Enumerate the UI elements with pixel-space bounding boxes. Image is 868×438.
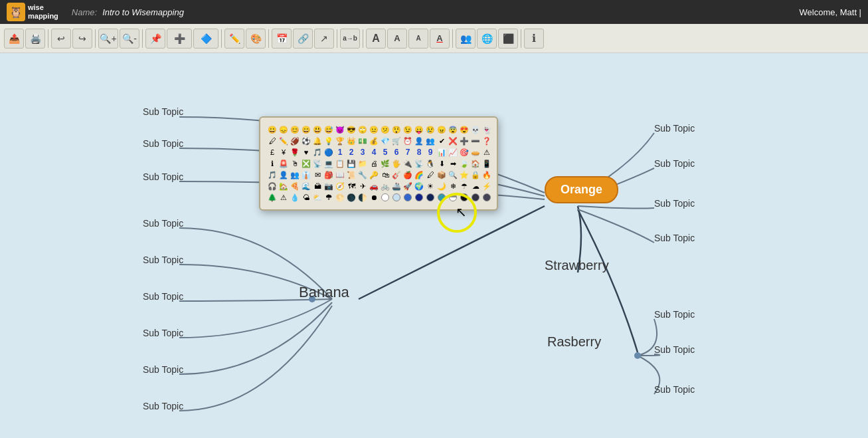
icon-plant[interactable]: 🌿 — [380, 158, 391, 169]
icon-users[interactable]: 👥 — [425, 136, 436, 146]
icon-clipboard[interactable]: 📋 — [335, 158, 345, 169]
sub-topic-2[interactable]: Sub Topic — [143, 138, 183, 149]
icon-circle-teal[interactable] — [438, 193, 446, 201]
icon-num4[interactable]: 4 — [369, 147, 379, 158]
arrange-button[interactable]: 📌 — [145, 29, 165, 49]
icon-pencil[interactable]: ✏️ — [278, 136, 289, 146]
icon-dollar[interactable]: 💵 — [357, 136, 368, 146]
sub-topic-9[interactable]: Sub Topic — [143, 401, 183, 411]
icon-partly-cloudy[interactable]: 🌤 — [301, 192, 311, 203]
icon-scared[interactable]: 😨 — [448, 124, 458, 135]
icon-circle-dark[interactable] — [483, 193, 491, 201]
icon-minus[interactable]: ➖ — [470, 136, 481, 146]
icon-save[interactable]: 💾 — [346, 158, 357, 169]
icon-trophy[interactable]: 🏆 — [335, 136, 345, 146]
icon-moon[interactable]: 🌙 — [436, 181, 447, 191]
icon-pie[interactable]: 🥧 — [470, 147, 481, 158]
icon-apple[interactable]: 🍎 — [402, 169, 413, 180]
icon-signal[interactable]: 📡 — [312, 158, 323, 169]
icon-num3[interactable]: 3 — [357, 147, 368, 158]
rsub-topic-4[interactable]: Sub Topic — [654, 233, 695, 243]
line-style-button[interactable]: ✏️ — [224, 29, 244, 49]
icon-box[interactable]: 📦 — [436, 169, 447, 180]
icon-home[interactable]: 🏠 — [470, 158, 481, 169]
export-button[interactable]: 📤 — [4, 29, 24, 49]
icon-bulb[interactable]: 💡 — [323, 136, 334, 146]
rsub-topic-2[interactable]: Sub Topic — [654, 158, 695, 169]
rasub-topic-1[interactable]: Sub Topic — [654, 309, 695, 320]
icon-ship[interactable]: 🚢 — [391, 181, 402, 191]
icon-happy[interactable]: 😃 — [312, 124, 323, 135]
icon-drop[interactable]: 💧 — [290, 192, 300, 203]
icon-caution[interactable]: ⚠ — [278, 192, 289, 203]
icon-down[interactable]: ⬇ — [436, 158, 447, 169]
icon-cool[interactable]: 😎 — [346, 124, 357, 135]
sub-topic-3[interactable]: Sub Topic — [143, 171, 183, 182]
icon-satellite[interactable]: 📡 — [414, 158, 424, 169]
icon-cursor[interactable]: 🖱 — [290, 158, 300, 169]
icon-cloudy[interactable]: ⛅ — [312, 192, 323, 203]
sub-topic-1[interactable]: Sub Topic — [143, 106, 183, 117]
color-button[interactable]: 🎨 — [246, 29, 266, 49]
icon-num7[interactable]: 7 — [402, 147, 413, 158]
icon-cloud[interactable]: ☁ — [470, 181, 481, 191]
icon-soccer[interactable]: ⚽ — [301, 136, 311, 146]
icon-wrench[interactable]: 🔧 — [357, 169, 368, 180]
icon-num1[interactable]: 1 — [335, 147, 345, 158]
icon-key[interactable]: 🔑 — [369, 169, 379, 180]
icon-sweat[interactable]: 😅 — [323, 124, 334, 135]
icon-circle-dark-blue[interactable] — [415, 193, 423, 201]
icon-folder[interactable]: 📁 — [357, 158, 368, 169]
undo-button[interactable]: ↩ — [51, 29, 71, 49]
icon-pound[interactable]: £ — [267, 147, 278, 158]
icon-surprised[interactable]: 😲 — [391, 124, 402, 135]
icon-phone[interactable]: 📱 — [481, 158, 492, 169]
icon-alert[interactable]: 🚨 — [278, 158, 289, 169]
icon-music[interactable]: 🎵 — [312, 147, 323, 158]
icon-plug[interactable]: 🔌 — [402, 158, 413, 169]
icon-x[interactable]: ❌ — [448, 136, 458, 146]
icon-num6[interactable]: 6 — [391, 147, 402, 158]
icon-circle-white[interactable] — [381, 193, 389, 201]
icon-half-circle[interactable] — [449, 193, 457, 201]
icon-heart[interactable]: ♥ — [301, 147, 311, 158]
icon-leaf[interactable]: 🍃 — [459, 158, 470, 169]
icon-football[interactable]: 🏈 — [290, 136, 300, 146]
zoom-in-button[interactable]: 🔍+ — [98, 29, 118, 49]
central-node[interactable]: Orange — [545, 176, 618, 203]
spellcheck-button[interactable]: a→b — [340, 29, 360, 49]
icon-map[interactable]: 🗺 — [346, 181, 357, 191]
icon-guitar[interactable]: 🎸 — [391, 169, 402, 180]
icon-suit[interactable]: 👔 — [301, 169, 311, 180]
icon-info[interactable]: ℹ — [267, 158, 278, 169]
rasub-topic-2[interactable]: Sub Topic — [654, 344, 695, 355]
icon-bell[interactable]: 🔔 — [312, 136, 323, 146]
icon-sun[interactable]: ☀ — [425, 181, 436, 191]
icon-pen2[interactable]: 🖊 — [425, 169, 436, 180]
icon-circle[interactable]: 🔵 — [323, 147, 334, 158]
sub-topic-6[interactable]: Sub Topic — [143, 291, 183, 302]
icon-circle-blue[interactable] — [404, 193, 412, 201]
info-button[interactable]: ℹ — [524, 29, 544, 49]
icon-cart[interactable]: 🛒 — [391, 136, 402, 146]
icon-rose[interactable]: 🌹 — [290, 147, 300, 158]
icon-tongue[interactable]: 😛 — [414, 124, 424, 135]
icon-user[interactable]: 👤 — [414, 136, 424, 146]
redo-button[interactable]: ↪ — [72, 29, 92, 49]
icon-confused[interactable]: 😕 — [380, 124, 391, 135]
sub-topic-7[interactable]: Sub Topic — [143, 328, 183, 338]
icon-evil[interactable]: 😈 — [335, 124, 345, 135]
icon-circle-navy[interactable] — [426, 193, 434, 201]
icon-snow[interactable]: ❄ — [448, 181, 458, 191]
icon-warning[interactable]: ⚠ — [481, 147, 492, 158]
zoom-out-button[interactable]: 🔍- — [120, 29, 139, 49]
font-color-button[interactable]: A — [430, 29, 450, 49]
icon-rainbow[interactable]: 🌈 — [414, 169, 424, 180]
shape-button[interactable]: 🔷 — [193, 29, 218, 49]
icon-hand[interactable]: 🖐 — [391, 158, 402, 169]
icon-num2[interactable]: 2 — [346, 147, 357, 158]
icon-crown[interactable]: 👑 — [346, 136, 357, 146]
icon-umbrella[interactable]: ☂ — [459, 181, 470, 191]
icon-angry[interactable]: 😠 — [436, 124, 447, 135]
publish-button[interactable]: 🌐 — [477, 29, 497, 49]
